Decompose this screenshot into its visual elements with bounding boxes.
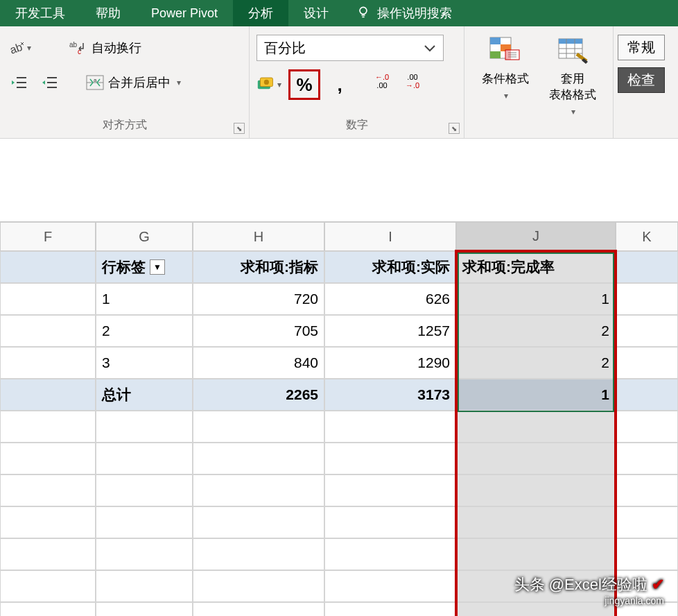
decrease-decimal-button[interactable]: .00→.0 (401, 73, 424, 96)
cell[interactable] (616, 251, 678, 283)
tab-design[interactable]: 设计 (288, 0, 344, 26)
cell[interactable]: 1 (456, 283, 616, 315)
col-header-k[interactable]: K (616, 222, 678, 251)
tab-powerpivot[interactable]: Power Pivot (136, 0, 233, 26)
cell[interactable] (456, 411, 616, 443)
cell[interactable]: 3173 (324, 379, 456, 411)
cell[interactable] (0, 443, 96, 474)
cell[interactable] (193, 538, 324, 570)
cell[interactable]: 1257 (324, 315, 456, 347)
cell[interactable] (193, 602, 324, 616)
cell[interactable] (96, 443, 193, 474)
conditional-format-button[interactable]: 条件格式 ▾ (482, 36, 529, 101)
cell[interactable] (193, 506, 324, 538)
cell[interactable]: 2 (456, 347, 616, 379)
cell[interactable] (324, 474, 456, 506)
pivot-row-label-header[interactable]: 行标签 ▼ (96, 251, 193, 283)
increase-indent-button[interactable] (37, 70, 62, 95)
cell[interactable] (616, 347, 678, 379)
cell[interactable]: 840 (193, 347, 324, 379)
cell[interactable] (0, 506, 96, 538)
alignment-dialog-launcher[interactable]: ⬊ (234, 123, 245, 134)
total-label[interactable]: 总计 (96, 379, 193, 411)
cell[interactable] (616, 506, 678, 538)
col-header-j[interactable]: J (456, 222, 616, 251)
cell[interactable] (456, 506, 616, 538)
cell[interactable] (456, 443, 616, 474)
cell[interactable] (0, 474, 96, 506)
cell[interactable] (616, 570, 678, 602)
cell[interactable] (96, 411, 193, 443)
cell[interactable] (0, 379, 96, 411)
cell[interactable] (324, 602, 456, 616)
cell[interactable]: 2265 (193, 379, 324, 411)
tab-analyze[interactable]: 分析 (233, 0, 288, 26)
cell[interactable]: 705 (193, 315, 324, 347)
format-as-table-button[interactable]: 套用 表格格式 ▾ (549, 36, 596, 117)
cell[interactable] (96, 538, 193, 570)
cell[interactable] (456, 602, 616, 616)
decrease-indent-button[interactable] (7, 70, 32, 95)
cell[interactable] (0, 283, 96, 315)
tab-developer[interactable]: 开发工具 (0, 0, 80, 26)
cell[interactable] (616, 283, 678, 315)
cell[interactable] (0, 315, 96, 347)
cell[interactable]: 3 (96, 347, 193, 379)
tab-help[interactable]: 帮助 (80, 0, 136, 26)
cell[interactable] (193, 411, 324, 443)
col-header-h[interactable]: H (193, 222, 324, 251)
cell[interactable] (324, 443, 456, 474)
cell[interactable] (456, 570, 616, 602)
increase-decimal-button[interactable]: ←.0.00 (370, 73, 394, 96)
wrap-text-button[interactable]: abc 自动换行 (64, 37, 147, 59)
cell[interactable] (616, 538, 678, 570)
tell-me-search[interactable]: 操作说明搜索 (344, 0, 464, 26)
cell[interactable] (96, 506, 193, 538)
cell[interactable] (0, 602, 96, 616)
cell[interactable] (96, 570, 193, 602)
cell[interactable] (0, 411, 96, 443)
cell[interactable]: 720 (193, 283, 324, 315)
col-header-f[interactable]: F (0, 222, 96, 251)
cell[interactable] (193, 443, 324, 474)
comma-style-button[interactable]: , (327, 72, 352, 97)
cell[interactable] (0, 347, 96, 379)
cell[interactable] (616, 474, 678, 506)
pivot-col2-header[interactable]: 求和项:实际 (324, 251, 456, 283)
cell[interactable] (193, 474, 324, 506)
cell[interactable] (324, 411, 456, 443)
percent-style-button[interactable]: % (288, 69, 320, 100)
cell[interactable] (456, 474, 616, 506)
cell[interactable]: 1290 (324, 347, 456, 379)
cell[interactable] (616, 602, 678, 616)
cell[interactable]: 1 (96, 283, 193, 315)
cell[interactable] (616, 315, 678, 347)
cell[interactable] (193, 570, 324, 602)
merge-center-button[interactable]: a 合并后居中 ▾ (80, 71, 186, 94)
cell[interactable]: 2 (96, 315, 193, 347)
cell[interactable] (0, 538, 96, 570)
cell[interactable] (616, 411, 678, 443)
cell[interactable] (456, 538, 616, 570)
pivot-col1-header[interactable]: 求和项:指标 (193, 251, 324, 283)
cell[interactable] (0, 251, 96, 283)
style-check[interactable]: 检查 (618, 67, 665, 93)
orientation-button[interactable]: ab ▾ (7, 35, 32, 60)
cell[interactable]: 2 (456, 315, 616, 347)
cell[interactable] (324, 570, 456, 602)
filter-dropdown-button[interactable]: ▼ (150, 259, 165, 275)
style-normal[interactable]: 常规 (618, 35, 665, 60)
cell[interactable] (616, 443, 678, 474)
number-format-combo[interactable]: 百分比 (257, 35, 444, 61)
cell[interactable]: 1 (456, 379, 616, 411)
cell[interactable] (324, 538, 456, 570)
cell[interactable] (96, 602, 193, 616)
col-header-g[interactable]: G (96, 222, 193, 251)
pivot-col3-header[interactable]: 求和项:完成率 (456, 251, 616, 283)
col-header-i[interactable]: I (324, 222, 456, 251)
cell[interactable] (0, 570, 96, 602)
accounting-format-button[interactable]: ▾ (257, 72, 281, 97)
cell[interactable] (324, 506, 456, 538)
cell[interactable] (96, 474, 193, 506)
cell[interactable]: 626 (324, 283, 456, 315)
